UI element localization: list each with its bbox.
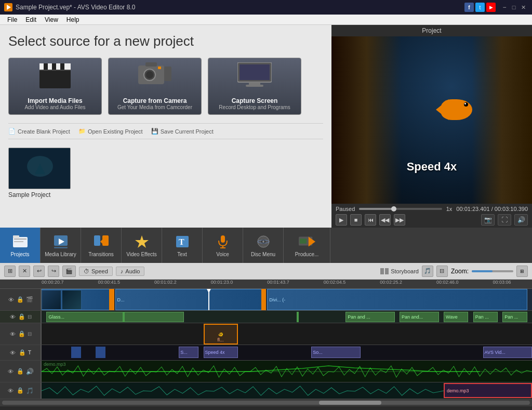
recent-project: Sample Project — [8, 148, 323, 199]
effect-clip-pan3[interactable]: Pan ... — [473, 312, 498, 322]
menu-help[interactable]: Help — [62, 15, 84, 24]
audio2-clip[interactable]: demo.mp3 — [444, 383, 532, 398]
disc-menu-label: Disc Menu — [251, 252, 275, 258]
text-clip-so[interactable]: So... — [311, 347, 360, 358]
video-clip-2[interactable]: D... — [115, 289, 262, 310]
fish-body — [441, 99, 472, 120]
svg-rect-13 — [164, 67, 171, 81]
open-existing-link[interactable]: 📁 Open Existing Project — [78, 128, 143, 135]
svg-rect-5 — [48, 63, 52, 71]
facebook-button[interactable]: f — [464, 3, 474, 12]
maximize-button[interactable]: □ — [509, 3, 518, 12]
import-media-button[interactable]: Import Media Files Add Video and Audio F… — [8, 58, 102, 115]
project-thumbnail[interactable] — [8, 148, 71, 189]
tool-transitions[interactable]: Transitions — [81, 228, 122, 263]
youtube-button[interactable]: ▶ — [486, 3, 496, 12]
preview-panel: Project Speed 4x Paused — [331, 25, 532, 228]
create-blank-link[interactable]: 📄 Create Blank Project — [8, 128, 70, 135]
effects-track-header: 👁 🔒 ⊟ — [0, 311, 42, 323]
fast-forward-button[interactable]: ▶▶ — [394, 214, 405, 226]
effect-clip-glass[interactable]: Glass... — [46, 312, 183, 322]
lock2-icon[interactable]: 🔒 — [18, 313, 25, 321]
play-button[interactable]: ▶ — [336, 214, 347, 226]
audio2-track-row: 👁 🔒 🎵 demo.mp3 — [0, 382, 532, 399]
eye5-icon[interactable]: 👁 — [7, 368, 15, 375]
progress-thumb — [391, 206, 396, 211]
eye2-icon[interactable]: 👁 — [9, 313, 16, 321]
svg-rect-7 — [64, 63, 71, 71]
rewind-button[interactable]: ◀◀ — [379, 214, 391, 226]
progress-bar[interactable] — [359, 208, 442, 210]
cave-right — [472, 36, 532, 204]
capture-camera-button[interactable]: Capture from Camera Get Your Media from … — [108, 58, 202, 115]
eye3-icon[interactable]: 👁 — [9, 330, 16, 338]
effect-clip-wave[interactable]: Wave — [444, 312, 468, 322]
timeline-controls: ⊞ ✕ ↩ ↪ 🎬 ⏱ Speed ♪ Audio Storyboard 🎵 ⊟… — [0, 263, 532, 280]
lock3-icon[interactable]: 🔒 — [18, 330, 25, 338]
text-clip-s[interactable]: S... — [179, 347, 198, 358]
overlay-track-row: 👁 🔒 ⊟ 🐠 fl... — [0, 323, 532, 345]
storyboard-toggle[interactable]: Storyboard — [380, 268, 419, 274]
view-toggle[interactable]: ⊟ — [436, 266, 448, 277]
video-icon[interactable]: 🎬 — [26, 296, 33, 303]
menu-edit[interactable]: Edit — [21, 15, 41, 24]
volume-button[interactable]: 🔊 — [514, 214, 528, 226]
lock4-icon[interactable]: 🔒 — [19, 349, 26, 356]
effect-clip-pan4[interactable]: Pan ... — [502, 312, 527, 322]
tool-media-library[interactable]: Media Library — [41, 228, 81, 263]
fit-button[interactable]: ⊞ — [516, 266, 528, 277]
close-button[interactable]: ✕ — [518, 3, 528, 12]
lock6-icon[interactable]: 🔒 — [17, 387, 24, 394]
timeline-scrollbar[interactable] — [0, 399, 532, 406]
svg-rect-14 — [158, 67, 161, 69]
fullscreen-button[interactable]: ⛶ — [498, 214, 511, 226]
eye6-icon[interactable]: 👁 — [7, 387, 15, 394]
menu-file[interactable]: File — [3, 15, 21, 24]
eye-icon[interactable]: 👁 — [7, 296, 15, 303]
effect-clip-pan2[interactable]: Pan and... — [400, 312, 439, 322]
lock-icon[interactable]: 🔒 — [17, 296, 24, 303]
menu-view[interactable]: View — [41, 15, 62, 24]
svg-rect-8 — [39, 70, 71, 71]
scroll-track[interactable] — [2, 401, 530, 405]
video-clip-3[interactable]: Divi... (- — [267, 289, 527, 310]
tool-video-effects[interactable]: Video Effects — [122, 228, 162, 263]
eye4-icon[interactable]: 👁 — [9, 349, 17, 356]
audio-track-label: demo.mp3 — [42, 361, 68, 368]
tool-projects[interactable]: Projects — [0, 228, 41, 263]
capture-screen-button[interactable]: Capture Screen Record Desktop and Progra… — [208, 58, 301, 115]
tool-produce[interactable]: Produce... — [284, 228, 330, 263]
text-clip-speed4x[interactable]: Speed 4x — [204, 347, 238, 358]
tool-disc-menu[interactable]: Disc Menu — [243, 228, 284, 263]
undo-timeline[interactable]: ✕ — [19, 266, 30, 277]
overlay-clip-fish[interactable]: 🐠 fl... — [204, 324, 238, 345]
redo-button[interactable]: ↪ — [48, 266, 59, 277]
snapshot-button[interactable]: 📷 — [481, 214, 495, 226]
video-clip-1[interactable]: D... — [42, 289, 110, 310]
projects-icon — [12, 233, 29, 250]
zoom-slider[interactable] — [472, 270, 513, 272]
audio-button[interactable]: ♪ Audio — [116, 267, 145, 276]
razor-tool[interactable]: 🎬 — [62, 266, 76, 277]
lock5-icon[interactable]: 🔒 — [17, 368, 24, 375]
speed-button[interactable]: ⏱ Speed — [79, 267, 113, 276]
stop-button[interactable]: ■ — [350, 214, 362, 226]
minimize-button[interactable]: − — [500, 3, 509, 12]
save-current-link[interactable]: 💾 Save Current Project — [151, 128, 214, 135]
total-time: 00:03:10.390 — [495, 206, 528, 212]
text-clip-avs[interactable]: AVS Vid... — [483, 347, 532, 358]
undo-button[interactable]: ↩ — [33, 266, 45, 277]
twitter-button[interactable]: t — [475, 3, 485, 12]
audio-wave-button[interactable]: 🎵 — [422, 266, 433, 277]
save-current-icon: 💾 — [151, 128, 158, 135]
import-sublabel: Add Video and Audio Files — [9, 104, 101, 110]
skip-start-button[interactable]: ⏮ — [365, 214, 376, 226]
grid-toggle[interactable]: ⊞ — [4, 266, 16, 277]
project-thumb-image — [9, 148, 70, 189]
scroll-thumb[interactable] — [319, 401, 381, 405]
svg-rect-23 — [13, 235, 19, 238]
storyboard-label: Storyboard — [391, 268, 419, 274]
effect-clip-pan1[interactable]: Pan and ... — [345, 312, 394, 322]
tool-voice[interactable]: Voice — [203, 228, 243, 263]
tool-text[interactable]: T Text — [162, 228, 203, 263]
